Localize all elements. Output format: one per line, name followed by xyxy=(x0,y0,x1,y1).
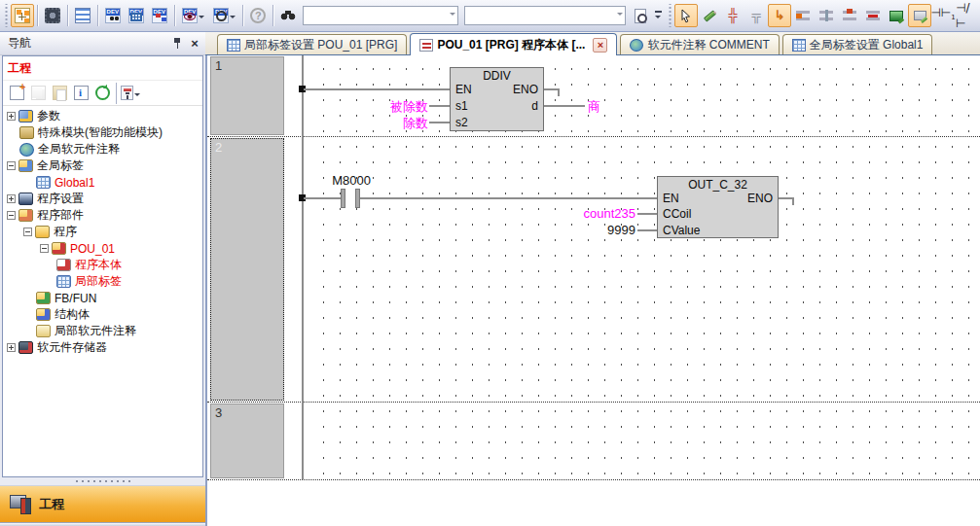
collapsed-view-bar[interactable] xyxy=(0,522,205,526)
tree-item-local-label[interactable]: 局部标签 xyxy=(3,273,202,290)
tree-item-fb-fun[interactable]: FB/FUN xyxy=(3,290,202,306)
tree-item-device-memory[interactable]: 软元件存储器 xyxy=(3,339,202,356)
close-icon[interactable]: × xyxy=(188,37,201,51)
tree-item-program-parts[interactable]: 程序部件 xyxy=(3,207,202,224)
tree-item-global-device-comment[interactable]: 全局软元件注释 xyxy=(3,141,202,158)
outc-ccoil-operand[interactable]: count235 xyxy=(528,206,635,221)
device-find-icon xyxy=(105,8,121,23)
insert-row-button[interactable] xyxy=(791,4,815,27)
tree-item-special-module[interactable]: 特殊模块(智能功能模块) xyxy=(3,124,202,141)
tree-item-program-body[interactable]: 程序本体 xyxy=(3,257,202,273)
closed-contact-button[interactable]: ⊣/⊢ xyxy=(955,4,978,27)
expander-plus-icon[interactable] xyxy=(7,194,16,203)
device-memory-icon xyxy=(18,341,33,354)
inline-edit-button[interactable] xyxy=(908,4,931,27)
delete-row-button[interactable] xyxy=(838,4,861,27)
project-view-button[interactable]: 工程 xyxy=(0,485,205,522)
tree-item-global-label[interactable]: 全局标签 xyxy=(3,158,202,174)
open-contact-left-bar[interactable] xyxy=(341,189,345,208)
project-tree-view-button[interactable] xyxy=(11,4,34,27)
pin-icon[interactable] xyxy=(170,37,184,51)
ladder-editor[interactable]: 1 2 3 DDIV EN s1 s2 ENO d 被除数 除数 商 xyxy=(205,55,980,526)
tab-device-comment[interactable]: 软元件注释 COMMENT xyxy=(620,34,779,54)
expander-plus-icon[interactable] xyxy=(7,112,16,121)
toolbar-options-button[interactable] xyxy=(652,4,666,27)
ddiv-port-en: EN xyxy=(455,83,472,96)
line-connection-icon: ↳ xyxy=(775,8,785,23)
rung-2-number-block[interactable]: 2 xyxy=(210,138,284,401)
project-tree: 参数 特殊模块(智能功能模块) 全局软元件注释 全局标签 Global1 程序设… xyxy=(3,106,202,476)
rung-3-number-block[interactable]: 3 xyxy=(210,403,284,478)
refresh-button[interactable] xyxy=(91,83,113,104)
delete-row-icon xyxy=(843,10,856,21)
find-device-combobox[interactable] xyxy=(464,6,626,25)
out-c-32-function-block[interactable]: OUT_C_32 EN CCoil CValue ENO xyxy=(657,176,779,238)
navigation-titlebar: 导航 × xyxy=(0,32,205,55)
delete-column-button[interactable] xyxy=(861,4,885,27)
device-find-button[interactable] xyxy=(101,4,125,27)
tree-item-parameter[interactable]: 参数 xyxy=(3,108,202,124)
outc-cvalue-operand[interactable]: 9999 xyxy=(528,223,635,237)
outc-port-en: EN xyxy=(663,192,679,205)
contact-operand[interactable]: M8000 xyxy=(316,173,386,188)
sort-filter-button[interactable] xyxy=(120,83,141,104)
rung1-en-wire xyxy=(304,88,450,90)
close-tab-button[interactable]: × xyxy=(593,38,607,53)
tree-item-program-setting[interactable]: 程序设置 xyxy=(3,191,202,207)
find-string-combobox[interactable] xyxy=(303,6,458,25)
select-mode-button[interactable] xyxy=(674,4,698,27)
panel-splitter[interactable] xyxy=(0,477,205,485)
page-preview-button[interactable] xyxy=(629,4,652,27)
list-view-button[interactable] xyxy=(71,4,94,27)
connection-display-button[interactable]: ╦ xyxy=(744,4,768,27)
find-device-input[interactable] xyxy=(467,10,616,21)
write-mode-button[interactable] xyxy=(698,4,721,27)
project-tree-icon xyxy=(15,8,30,23)
paste-button[interactable] xyxy=(49,83,70,104)
ddiv-function-block[interactable]: DDIV EN s1 s2 ENO d xyxy=(450,67,544,131)
ddiv-s2-operand[interactable]: 除数 xyxy=(336,115,428,132)
tree-item-local-device-comment[interactable]: 局部软元件注释 xyxy=(3,323,202,339)
open-contact-button[interactable]: ⊣⊢1 xyxy=(931,4,955,27)
device-batch-button[interactable] xyxy=(148,4,171,27)
copy-button[interactable] xyxy=(27,83,49,104)
new-item-button[interactable] xyxy=(6,83,27,104)
tree-item-pou01[interactable]: POU_01 xyxy=(3,240,202,257)
global-label-icon xyxy=(18,159,33,172)
monitor-write-button[interactable] xyxy=(885,4,908,27)
find-string-input[interactable] xyxy=(306,10,449,21)
tree-item-program[interactable]: 程序 xyxy=(3,224,202,240)
outc-port-cvalue: CValue xyxy=(663,224,700,237)
tree-item-structure[interactable]: 结构体 xyxy=(3,306,202,323)
device-display-button[interactable] xyxy=(177,4,208,27)
expander-minus-icon[interactable] xyxy=(40,244,49,253)
ddiv-s1-operand[interactable]: 被除数 xyxy=(336,98,428,116)
outc-eno-hook xyxy=(792,197,794,205)
module-configuration-button[interactable] xyxy=(41,4,64,27)
property-button[interactable] xyxy=(70,83,91,104)
toolbar-grip[interactable] xyxy=(668,4,672,27)
device-table-button[interactable] xyxy=(125,4,148,27)
tab-pou01-program-body[interactable]: POU_01 [PRG] 程序本体 [...× xyxy=(410,33,617,55)
tab-local-label-pou01[interactable]: 局部标签设置 POU_01 [PRG] xyxy=(217,34,407,54)
device-test-button[interactable]: ╬ xyxy=(721,4,744,27)
help-button[interactable]: ? xyxy=(246,4,270,27)
ddiv-d-operand[interactable]: 商 xyxy=(588,98,600,116)
insert-column-button[interactable] xyxy=(815,4,838,27)
local-label-icon xyxy=(56,275,71,288)
monitor-screen-icon xyxy=(889,11,903,21)
tree-item-global1[interactable]: Global1 xyxy=(3,174,202,191)
tab-global-label-global1[interactable]: 全局标签设置 Global1 xyxy=(782,34,933,54)
line-connection-button[interactable]: ↳ xyxy=(768,4,791,27)
paste-icon xyxy=(53,86,67,100)
ddiv-s2-stub xyxy=(429,122,450,123)
expander-minus-icon[interactable] xyxy=(23,228,32,236)
expander-minus-icon[interactable] xyxy=(7,211,16,220)
expander-minus-icon[interactable] xyxy=(7,161,16,170)
toolbar-grip[interactable] xyxy=(4,4,9,27)
expander-plus-icon[interactable] xyxy=(7,343,16,352)
rung-1-number-block[interactable]: 1 xyxy=(210,56,284,135)
ddiv-eno-hook xyxy=(558,88,560,96)
device-search-button[interactable] xyxy=(208,4,239,27)
find-button[interactable] xyxy=(276,4,300,27)
